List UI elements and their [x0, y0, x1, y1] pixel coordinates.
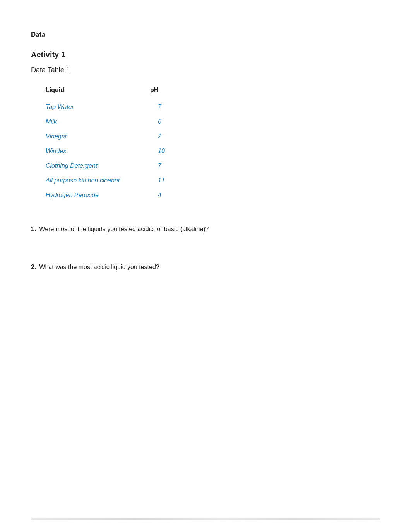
- table-cell-ph: 10: [150, 144, 182, 159]
- table-cell-ph: 6: [150, 114, 182, 129]
- question-2-text: What was the most acidic liquid you test…: [39, 264, 159, 271]
- table-row: Vinegar2: [43, 129, 182, 144]
- table-cell-liquid: All purpose kitchen cleaner: [43, 173, 150, 188]
- table-row: Hydrogen Peroxide4: [43, 188, 182, 203]
- table-cell-ph: 4: [150, 188, 182, 203]
- table-cell-ph: 7: [150, 159, 182, 173]
- table-cell-liquid: Tap Water: [43, 100, 150, 114]
- question-2-number: 2.: [31, 264, 36, 271]
- bottom-bar: [31, 518, 380, 520]
- table-row: Milk6: [43, 114, 182, 129]
- table-cell-ph: 7: [150, 100, 182, 114]
- table-row: Tap Water7: [43, 100, 182, 114]
- column-header-liquid: Liquid: [43, 84, 150, 100]
- question-1: 1. Were most of the liquids you tested a…: [31, 226, 380, 233]
- column-header-ph: pH: [150, 84, 182, 100]
- table-cell-liquid: Clothing Detergent: [43, 159, 150, 173]
- table-cell-liquid: Hydrogen Peroxide: [43, 188, 150, 203]
- activity-title: Activity 1: [31, 50, 380, 59]
- table-row: Windex10: [43, 144, 182, 159]
- page-content: Data Activity 1 Data Table 1 Liquid pH T…: [31, 31, 380, 271]
- table-cell-liquid: Milk: [43, 114, 150, 129]
- question-2: 2. What was the most acidic liquid you t…: [31, 264, 380, 271]
- questions-section: 1. Were most of the liquids you tested a…: [31, 226, 380, 271]
- table-cell-liquid: Vinegar: [43, 129, 150, 144]
- table-cell-ph: 11: [150, 173, 182, 188]
- table-row: Clothing Detergent7: [43, 159, 182, 173]
- data-table: Liquid pH Tap Water7Milk6Vinegar2Windex1…: [43, 84, 182, 203]
- question-1-text: Were most of the liquids you tested acid…: [39, 226, 209, 233]
- table-cell-liquid: Windex: [43, 144, 150, 159]
- section-data-heading: Data: [31, 31, 380, 39]
- question-1-number: 1.: [31, 226, 36, 233]
- table-row: All purpose kitchen cleaner11: [43, 173, 182, 188]
- table-cell-ph: 2: [150, 129, 182, 144]
- data-table-label: Data Table 1: [31, 66, 380, 74]
